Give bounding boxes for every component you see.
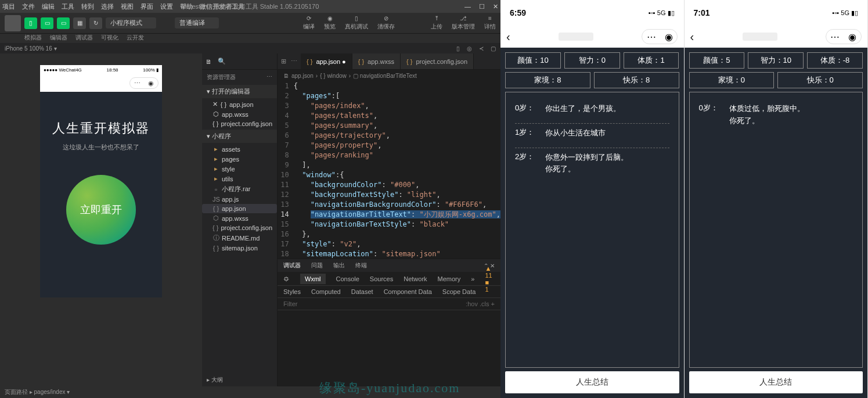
menu-item[interactable]: 编辑 [42, 3, 55, 10]
tree-item[interactable]: JSapp.js [202, 195, 277, 204]
cls-toggle[interactable]: :hov .cls + [466, 300, 495, 307]
open-editor-item[interactable]: ✕ { }app.json [202, 99, 277, 109]
more-icon[interactable]: ⋯ [266, 73, 272, 81]
output-tab[interactable]: 输出 [333, 261, 345, 270]
preview-button[interactable]: ◉预览 [324, 15, 336, 31]
tree-item[interactable]: { }app.json [202, 204, 277, 213]
menu-item[interactable]: 选择 [101, 3, 114, 10]
menu-item[interactable]: 工具 [62, 3, 74, 10]
device-bar[interactable]: iPhone 5 100% 16 ▾▯◎≺▢ [0, 43, 500, 53]
stat-box: 智力：10 [748, 52, 804, 69]
page-subtitle: 这垃圾人生一秒也不想呆了 [63, 143, 139, 152]
devtools-subtab[interactable]: Scope Data [442, 288, 476, 295]
menu-item[interactable]: 转到 [81, 3, 94, 10]
wxml-tab[interactable]: Wxml [300, 274, 326, 284]
tree-item[interactable]: ▸utils [202, 174, 277, 184]
inspector-icon[interactable]: ⯐ [283, 275, 290, 282]
subtool-item[interactable]: 调试器 [75, 34, 93, 43]
layout-button[interactable]: ▦ [73, 17, 86, 29]
editor-nav-icon[interactable]: ⊞ [281, 58, 286, 65]
tree-item[interactable]: ▸assets [202, 144, 277, 154]
tree-item[interactable]: ▸style [202, 164, 277, 174]
problem-tab[interactable]: 问题 [311, 261, 323, 270]
refresh-button[interactable]: ↻ [89, 17, 102, 29]
editor-more-icon[interactable]: ⋯ [291, 58, 297, 65]
capsule-button[interactable]: ⋯◉ [826, 29, 862, 44]
page-title: 人生重开模拟器 [52, 120, 150, 137]
title-placeholder [559, 33, 593, 41]
subtool-item[interactable]: 云开发 [127, 34, 144, 43]
devtools-panel: 调试器 问题 输出 终端 ⌃ ✕ ⯐ Wxml Console Sources … [278, 259, 500, 386]
subtool-item[interactable]: 模拟器 [24, 34, 42, 43]
sim-pc-button[interactable]: ▭ [57, 17, 70, 29]
realdebug-button[interactable]: ▯真机调试 [345, 15, 368, 31]
summary-button[interactable]: 人生总结 [689, 371, 863, 393]
detail-button[interactable]: ≡详情 [484, 15, 496, 31]
tree-item[interactable]: ⬡app.wxss [202, 213, 277, 223]
devtools-subtab[interactable]: Component Data [384, 288, 432, 295]
terminal-tab[interactable]: 终端 [355, 261, 367, 270]
version-button[interactable]: ⎇版本管理 [452, 15, 475, 31]
summary-button[interactable]: 人生总结 [505, 371, 679, 393]
capsule-button[interactable]: ⋯◉ [642, 29, 678, 44]
files-icon[interactable]: 🗎 [206, 58, 212, 65]
menu-item[interactable]: 项目 [2, 3, 15, 10]
mobile-header: ‹ ⋯◉ [500, 26, 684, 48]
project-section[interactable]: ▾ 小程序 [202, 130, 277, 143]
tree-item[interactable]: ⓘREADME.md [202, 232, 277, 243]
memory-tab[interactable]: Memory [438, 275, 461, 282]
search-icon[interactable]: 🔍 [218, 58, 226, 65]
tree-item[interactable]: { }sitemap.json [202, 243, 277, 253]
tree-item[interactable]: ▫小程序.rar [202, 184, 277, 195]
outline-section[interactable]: ▸ 大纲 [202, 375, 277, 386]
breadcrumb[interactable]: 🗎 app.json › { } window › ▢ navigationBa… [278, 70, 500, 81]
editor-tab[interactable]: { }app.json ● [301, 53, 352, 69]
tree-item[interactable]: ▸pages [202, 154, 277, 164]
restart-button[interactable]: 立即重开 [66, 175, 136, 245]
open-editor-item[interactable]: ⬡app.wxss [202, 109, 277, 119]
tree-item[interactable]: { }project.config.json [202, 223, 277, 232]
window-controls[interactable]: ―☐✕ [464, 3, 498, 10]
sim-page-content: 人生重开模拟器 这垃圾人生一秒也不想呆了 立即重开 [40, 92, 162, 297]
code-editor[interactable]: 12345678910111213141516171819 { "pages":… [278, 81, 500, 259]
menu-item[interactable]: 文件 [22, 3, 35, 10]
upload-button[interactable]: ⤒上传 [431, 15, 442, 31]
back-icon[interactable]: ‹ [690, 30, 694, 44]
console-tab[interactable]: Console [336, 275, 359, 282]
subtool-item[interactable]: 可视化 [101, 34, 118, 43]
compile-select[interactable]: 普通编译 [175, 17, 219, 28]
sim-tablet-button[interactable]: ▭ [41, 17, 53, 29]
mode-select[interactable]: 小程序模式 [106, 17, 156, 28]
devtools-subtab[interactable]: Computed [311, 288, 341, 295]
back-icon[interactable]: ‹ [506, 30, 510, 44]
clearcache-button[interactable]: ⊘清缓存 [377, 15, 395, 31]
open-editor-item[interactable]: { }project.config.json [202, 119, 277, 128]
open-editors-section[interactable]: ▾ 打开的编辑器 [202, 85, 277, 98]
mobile-previews: 6:59▪▫▪ 5G ▮▯ ‹ ⋯◉ 颜值：10智力：0体质：1 家境：8快乐：… [500, 0, 868, 398]
compile-button[interactable]: ⟳编译 [303, 15, 315, 31]
network-tab[interactable]: Network [404, 275, 427, 282]
explorer-sidebar: 🗎🔍 资源管理器⋯ ▾ 打开的编辑器 ✕ { }app.json ⬡app.wx… [202, 53, 278, 386]
menu-item[interactable]: 设置 [160, 3, 173, 10]
stat-box: 快乐：0 [777, 72, 863, 88]
menu-item[interactable]: 界面 [141, 3, 153, 10]
more-tab[interactable]: » [471, 275, 474, 282]
toolbar: ▯ ▭ ▭ ▦ ↻ 小程序模式 普通编译 ⟳编译 ◉预览 ▯真机调试 ⊘清缓存 … [0, 13, 500, 34]
editor-tab[interactable]: { }project.config.json [401, 53, 474, 69]
avatar[interactable] [5, 15, 21, 31]
menu-item[interactable]: 视图 [121, 3, 134, 10]
sources-tab[interactable]: Sources [370, 275, 393, 282]
sim-mobile-button[interactable]: ▯ [24, 17, 37, 29]
editor-panel: ⊞⋯ { }app.json ●{ }app.wxss{ }project.co… [278, 53, 500, 386]
simulator-panel: ●●●●● WeChat4G 18:58 100% ▮ ⋯◉ 人生重开模拟器 这… [0, 53, 202, 386]
devtools-subtab[interactable]: Styles [283, 288, 301, 295]
debug-tab[interactable]: 调试器 [283, 261, 301, 270]
event-row: 0岁：你出生了，是个男孩。 [515, 99, 669, 124]
editor-tab[interactable]: { }app.wxss [352, 53, 401, 69]
devtools-subtabs: ⯐ Wxml Console Sources Network Memory » … [278, 272, 500, 286]
subtool-item[interactable]: 编辑器 [50, 34, 67, 43]
capsule-button[interactable]: ⋯◉ [129, 77, 159, 89]
filter-input[interactable]: Filter [283, 300, 297, 307]
subtoolbar: 模拟器编辑器调试器可视化云开发 [0, 34, 500, 43]
devtools-subtab[interactable]: Dataset [351, 288, 373, 295]
